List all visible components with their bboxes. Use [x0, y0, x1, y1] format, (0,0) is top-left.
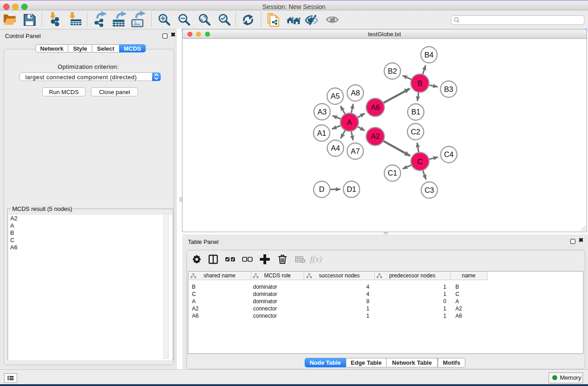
svg-text:B2: B2	[388, 67, 397, 75]
svg-text:B3: B3	[444, 85, 453, 93]
svg-text:A8: A8	[351, 89, 360, 97]
svg-text:A: A	[347, 118, 352, 126]
svg-text:A1: A1	[317, 129, 326, 137]
svg-text:A6: A6	[371, 103, 380, 111]
svg-text:A2: A2	[371, 132, 380, 140]
svg-text:C: C	[417, 157, 423, 166]
svg-text:B1: B1	[411, 108, 420, 116]
svg-text:A4: A4	[331, 144, 340, 152]
svg-text:C4: C4	[444, 150, 454, 158]
svg-text:A3: A3	[317, 108, 326, 116]
svg-text:D1: D1	[347, 185, 356, 193]
svg-text:B: B	[417, 79, 422, 87]
svg-text:B4: B4	[425, 51, 434, 59]
svg-text:A7: A7	[351, 147, 360, 155]
svg-text:C3: C3	[425, 186, 434, 194]
svg-text:D: D	[319, 185, 325, 193]
svg-text:C1: C1	[387, 169, 397, 177]
svg-text:A5: A5	[330, 92, 339, 100]
svg-text:C2: C2	[411, 128, 420, 136]
